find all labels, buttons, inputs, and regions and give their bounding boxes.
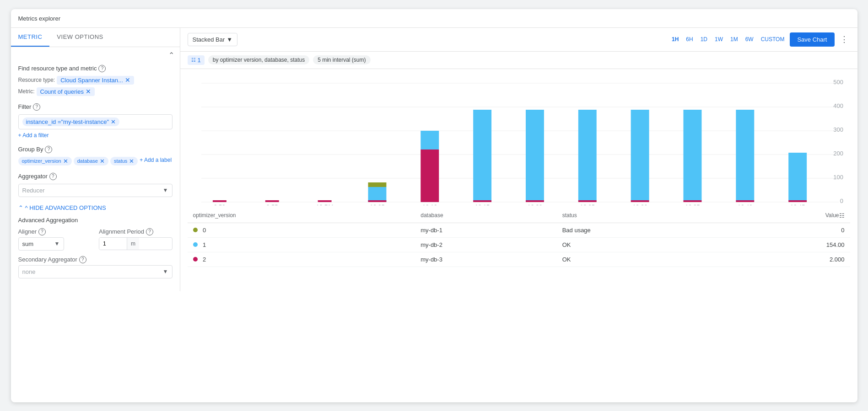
window-title: Metrics explorer <box>18 15 60 22</box>
group-by-help-icon[interactable]: ? <box>45 146 52 153</box>
advanced-toggle[interactable]: ⌃ ^ HIDE ADVANCED OPTIONS <box>18 204 173 211</box>
metrics-explorer-window: Metrics explorer METRIC VIEW OPTIONS ⌃ F… <box>11 9 857 402</box>
svg-text:100: 100 <box>833 173 843 180</box>
group-by-section: Group By ? optimizer_version ✕ database … <box>18 146 173 165</box>
alignment-period-input-group: 1 m <box>99 237 173 250</box>
aggregator-title: Aggregator ? <box>18 173 173 180</box>
collapse-button[interactable]: ⌃ <box>168 51 174 59</box>
svg-rect-43 <box>736 110 754 200</box>
secondary-aggregator-select[interactable]: none ▼ <box>18 265 173 278</box>
save-chart-button[interactable]: Save Chart <box>790 32 834 47</box>
time-btn-1m[interactable]: 1M <box>728 34 740 44</box>
metric-chip[interactable]: Count of queries ✕ <box>37 87 95 96</box>
svg-rect-38 <box>578 200 596 202</box>
svg-rect-42 <box>683 200 701 202</box>
more-options-icon[interactable]: ⋮ <box>838 32 850 46</box>
svg-text:10:40: 10:40 <box>738 203 752 205</box>
svg-rect-32 <box>421 200 439 202</box>
advanced-title: Advanced Aggregation <box>18 217 173 224</box>
time-btn-1d[interactable]: 1D <box>699 34 709 44</box>
sidebar-content: Find resource type and metric ? Resource… <box>11 59 180 291</box>
svg-rect-30 <box>421 149 439 200</box>
add-filter-link[interactable]: + Add a filter <box>18 132 173 139</box>
alignment-period-col: Alignment Period ? 1 m <box>99 228 173 251</box>
sidebar: METRIC VIEW OPTIONS ⌃ Find resource type… <box>11 28 180 291</box>
filter-count: 1 <box>198 57 201 64</box>
legend-table-header-row: optimizer_version database status Value … <box>188 208 850 223</box>
col-settings-icon[interactable]: ☷ <box>839 212 845 219</box>
time-btn-1w[interactable]: 1W <box>713 34 725 44</box>
alignment-period-label: Alignment Period ? <box>99 228 173 235</box>
alignment-period-suffix: m <box>127 238 139 250</box>
legend-table: optimizer_version database status Value … <box>188 208 850 267</box>
svg-rect-31 <box>421 131 439 149</box>
time-btn-custom[interactable]: CUSTOM <box>759 34 787 44</box>
svg-rect-44 <box>736 200 754 202</box>
col-header-status: status <box>557 208 723 223</box>
group-chip-0-close[interactable]: ✕ <box>63 158 68 165</box>
group-chip-1-close[interactable]: ✕ <box>100 158 105 165</box>
aggregator-help-icon[interactable]: ? <box>49 173 57 180</box>
time-btn-6h[interactable]: 6H <box>684 34 695 44</box>
row-2-optimizer: 2 <box>188 252 415 267</box>
time-btn-6w[interactable]: 6W <box>744 34 755 44</box>
aggregator-chevron-icon: ▼ <box>163 187 168 193</box>
interval-tag: 5 min interval (sum) <box>313 55 370 64</box>
table-row: 1 my-db-2 OK 154.00 <box>188 237 850 252</box>
resource-type-row: Resource type: Cloud Spanner Instan... ✕ <box>18 76 173 85</box>
time-buttons: 1H 6H 1D 1W 1M 6W CUSTOM Save Chart ⋮ <box>670 32 850 47</box>
alignment-period-input[interactable]: 1 <box>99 238 127 250</box>
resource-type-close[interactable]: ✕ <box>125 77 130 83</box>
row-0-database: my-db-1 <box>415 223 556 237</box>
svg-rect-40 <box>631 200 649 202</box>
resource-section: Find resource type and metric ? Resource… <box>18 65 173 96</box>
tab-view-options[interactable]: VIEW OPTIONS <box>49 28 110 47</box>
filter-count-badge[interactable]: ☷ 1 <box>188 55 205 65</box>
filter-box[interactable]: instance_id ="my-test-instance" ✕ <box>18 114 173 129</box>
main-area: Stacked Bar ▼ 1H 6H 1D 1W 1M 6W CUSTOM S… <box>180 28 857 291</box>
secondary-aggregator-help-icon[interactable]: ? <box>79 256 86 263</box>
svg-rect-39 <box>631 110 649 200</box>
metric-close[interactable]: ✕ <box>86 88 91 95</box>
advanced-section: Advanced Aggregation Aligner ? sum ▼ <box>18 217 173 278</box>
group-chip-1[interactable]: database ✕ <box>74 157 108 165</box>
filter-icon: ☷ <box>191 57 196 63</box>
table-row: 0 my-db-1 Bad usage 0 <box>188 223 850 237</box>
svg-rect-24 <box>212 200 226 202</box>
resource-help-icon[interactable]: ? <box>98 65 106 72</box>
row-1-value: 154.00 <box>723 237 850 252</box>
row-1-status: OK <box>557 237 723 252</box>
aligner-select[interactable]: sum ▼ <box>18 237 64 251</box>
filter-chip: instance_id ="my-test-instance" ✕ <box>22 117 120 126</box>
legend-table-body: 0 my-db-1 Bad usage 0 1 my-db-2 <box>188 223 850 267</box>
aggregator-select[interactable]: Reducer ▼ <box>18 184 173 197</box>
add-label-link[interactable]: + Add a label <box>140 157 172 165</box>
svg-rect-29 <box>368 200 386 202</box>
svg-rect-36 <box>525 200 544 202</box>
resource-type-chip[interactable]: Cloud Spanner Instan... ✕ <box>57 76 134 85</box>
chart-toolbar: Stacked Bar ▼ 1H 6H 1D 1W 1M 6W CUSTOM S… <box>180 28 857 52</box>
alignment-period-help-icon[interactable]: ? <box>146 228 153 235</box>
secondary-aggregator-label: Secondary Aggregator ? <box>18 256 173 263</box>
filter-help-icon[interactable]: ? <box>33 103 40 111</box>
svg-text:0: 0 <box>840 197 843 204</box>
row-2-color-dot <box>193 257 198 262</box>
col-header-value: Value ☷ <box>723 208 850 223</box>
time-btn-1h[interactable]: 1H <box>670 34 680 44</box>
group-chip-2-close[interactable]: ✕ <box>129 158 134 165</box>
svg-text:10:05: 10:05 <box>370 203 384 205</box>
chart-type-select[interactable]: Stacked Bar ▼ <box>188 33 238 46</box>
group-chip-0[interactable]: optimizer_version ✕ <box>18 157 72 165</box>
svg-rect-46 <box>788 200 807 202</box>
svg-text:10:10: 10:10 <box>422 203 437 205</box>
row-2-database: my-db-3 <box>415 252 556 267</box>
aligner-label: Aligner ? <box>18 228 92 235</box>
aligner-help-icon[interactable]: ? <box>38 228 46 235</box>
tab-metric[interactable]: METRIC <box>11 28 50 47</box>
group-chip-2[interactable]: status ✕ <box>110 157 138 165</box>
row-0-optimizer: 0 <box>188 223 415 237</box>
aligner-row: Aligner ? sum ▼ Alignment Period ? <box>18 228 173 251</box>
filter-section: Filter ? instance_id ="my-test-instance"… <box>18 103 173 139</box>
filter-section-title: Filter ? <box>18 103 173 111</box>
filter-chip-close[interactable]: ✕ <box>111 118 116 125</box>
